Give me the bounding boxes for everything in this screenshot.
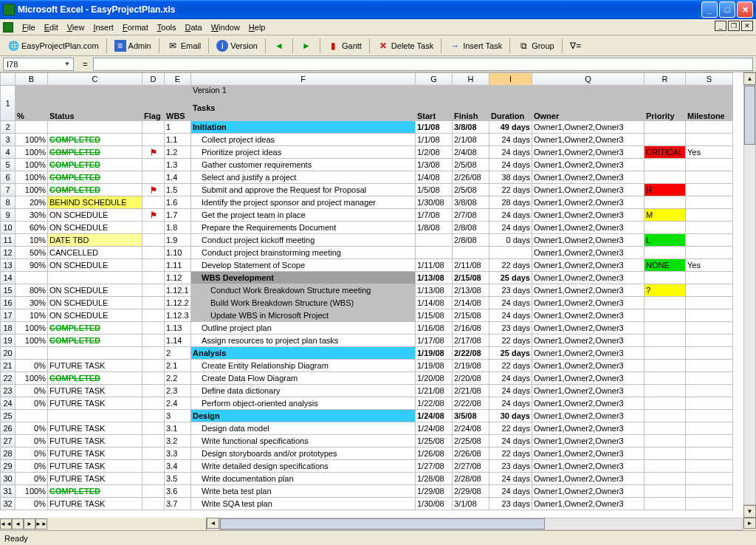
scroll-h-thumb[interactable] xyxy=(220,518,545,529)
cell-status[interactable]: FUTURE TASK xyxy=(48,498,142,510)
window-close-button[interactable]: ✕ xyxy=(737,1,753,18)
cell-task[interactable]: Create Data Flow Diagram xyxy=(191,372,416,385)
cell-priority[interactable] xyxy=(645,410,686,422)
cell-priority[interactable] xyxy=(645,196,686,209)
cell-wbs[interactable]: 3.6 xyxy=(165,485,191,498)
cell-owner[interactable]: Owner1,Owner2,Owner3 xyxy=(532,159,645,171)
cell-milestone[interactable] xyxy=(686,410,733,422)
cell-flag[interactable] xyxy=(142,259,165,272)
cell-status[interactable]: COMPLETED xyxy=(48,335,142,347)
cell-milestone[interactable] xyxy=(686,272,733,284)
cell-status[interactable]: COMPLETED xyxy=(48,146,142,159)
cell-flag[interactable] xyxy=(142,397,165,410)
cell-status[interactable]: FUTURE TASK xyxy=(48,460,142,473)
row-header-30[interactable]: 30 xyxy=(1,473,16,485)
cell-milestone[interactable] xyxy=(686,159,733,171)
cell-owner[interactable]: Owner1,Owner2,Owner3 xyxy=(532,309,645,322)
cell-start[interactable]: 1/19/08 xyxy=(416,360,453,372)
cell-duration[interactable]: 24 days xyxy=(489,209,532,222)
cell-wbs[interactable]: 3.4 xyxy=(165,460,191,473)
row-header-23[interactable]: 23 xyxy=(1,385,16,397)
row-header-6[interactable]: 6 xyxy=(1,171,16,184)
cell-status[interactable]: COMPLETED xyxy=(48,134,142,146)
cell-pct[interactable] xyxy=(16,272,48,284)
cell-duration[interactable]: 24 days xyxy=(489,222,532,234)
cell-wbs[interactable]: 1.14 xyxy=(165,335,191,347)
row-header-13[interactable]: 13 xyxy=(1,259,16,272)
hdr-finish[interactable]: Finish xyxy=(453,86,489,121)
cell-milestone[interactable] xyxy=(686,184,733,196)
cell-priority[interactable] xyxy=(645,360,686,372)
cell-wbs[interactable]: 1.6 xyxy=(165,196,191,209)
cell-pct[interactable]: 50% xyxy=(16,247,48,259)
cell-wbs[interactable]: 1.4 xyxy=(165,171,191,184)
group-button[interactable]: ⧉Group xyxy=(515,38,557,53)
cell-status[interactable]: BEHIND SCHEDULE xyxy=(48,196,142,209)
cell-milestone[interactable] xyxy=(686,397,733,410)
row-header-15[interactable]: 15 xyxy=(1,284,16,297)
cell-duration[interactable]: 38 days xyxy=(489,171,532,184)
cell-finish[interactable]: 2/29/08 xyxy=(453,485,489,498)
cell-duration[interactable]: 22 days xyxy=(489,335,532,347)
cell-status[interactable]: FUTURE TASK xyxy=(48,360,142,372)
cell-finish[interactable]: 2/17/08 xyxy=(453,335,489,347)
cell-task[interactable]: Write documentation plan xyxy=(191,473,416,485)
cell-owner[interactable]: Owner1,Owner2,Owner3 xyxy=(532,435,645,448)
cell-status[interactable] xyxy=(48,272,142,284)
hdr-priority[interactable]: Priority xyxy=(645,86,686,121)
cell-priority[interactable] xyxy=(645,485,686,498)
cell-status[interactable]: ON SCHEDULE xyxy=(48,297,142,309)
cell-task[interactable]: Write SQA test plan xyxy=(191,498,416,510)
cell-task[interactable]: Select and justify a project xyxy=(191,171,416,184)
cell-finish[interactable]: 2/24/08 xyxy=(453,422,489,435)
admin-button[interactable]: ≡Admin xyxy=(111,38,154,53)
cell-flag[interactable] xyxy=(142,372,165,385)
cell-start[interactable]: 1/8/08 xyxy=(416,222,453,234)
row-header-3[interactable]: 3 xyxy=(1,134,16,146)
cell-owner[interactable]: Owner1,Owner2,Owner3 xyxy=(532,397,645,410)
cell-priority[interactable] xyxy=(645,435,686,448)
cell-flag[interactable] xyxy=(142,284,165,297)
cell-wbs[interactable]: 1.3 xyxy=(165,159,191,171)
cell-wbs[interactable]: 1.11 xyxy=(165,259,191,272)
cell-finish[interactable]: 2/5/08 xyxy=(453,159,489,171)
cell-wbs[interactable]: 1.1 xyxy=(165,134,191,146)
cell-start[interactable] xyxy=(416,247,453,259)
scroll-left-arrow[interactable]: ◄ xyxy=(207,518,219,529)
vertical-scrollbar[interactable]: ▲ ▼ xyxy=(743,72,756,518)
cell-priority[interactable] xyxy=(645,448,686,460)
hdr-owner[interactable]: Owner xyxy=(532,86,645,121)
cell-finish[interactable]: 2/16/08 xyxy=(453,322,489,335)
cell-pct[interactable]: 0% xyxy=(16,385,48,397)
cell-wbs[interactable]: 1.9 xyxy=(165,234,191,247)
cell-pct[interactable]: 100% xyxy=(16,335,48,347)
cell-flag[interactable] xyxy=(142,272,165,284)
row-header-14[interactable]: 14 xyxy=(1,272,16,284)
cell-priority[interactable] xyxy=(645,222,686,234)
cell-owner[interactable]: Owner1,Owner2,Owner3 xyxy=(532,171,645,184)
cell-owner[interactable]: Owner1,Owner2,Owner3 xyxy=(532,322,645,335)
cell-milestone[interactable] xyxy=(686,247,733,259)
hdr-percent[interactable]: % xyxy=(16,86,48,121)
cell-start[interactable]: 1/19/08 xyxy=(416,347,453,360)
cell-milestone[interactable] xyxy=(686,498,733,510)
tab-first-button[interactable]: ◄◄ xyxy=(0,518,12,529)
delete-task-button[interactable]: ✕Delete Task xyxy=(374,38,436,53)
cell-finish[interactable]: 2/7/08 xyxy=(453,209,489,222)
menu-edit[interactable]: Edit xyxy=(40,21,63,33)
cell-start[interactable]: 1/1/08 xyxy=(416,121,453,134)
cell-finish[interactable]: 2/28/08 xyxy=(453,473,489,485)
hdr-start[interactable]: Start xyxy=(416,86,453,121)
row-header-16[interactable]: 16 xyxy=(1,297,16,309)
cell-task[interactable]: Perform object-oriented analysis xyxy=(191,397,416,410)
cell-priority[interactable]: M xyxy=(645,209,686,222)
cell-pct[interactable]: 0% xyxy=(16,360,48,372)
filter-button[interactable]: ∇= xyxy=(567,38,585,53)
cell-owner[interactable]: Owner1,Owner2,Owner3 xyxy=(532,485,645,498)
cell-wbs[interactable]: 1.2 xyxy=(165,146,191,159)
cell-owner[interactable]: Owner1,Owner2,Owner3 xyxy=(532,146,645,159)
cell-pct[interactable]: 100% xyxy=(16,372,48,385)
cell-wbs[interactable]: 1.13 xyxy=(165,322,191,335)
cell-owner[interactable]: Owner1,Owner2,Owner3 xyxy=(532,284,645,297)
cell-milestone[interactable] xyxy=(686,234,733,247)
